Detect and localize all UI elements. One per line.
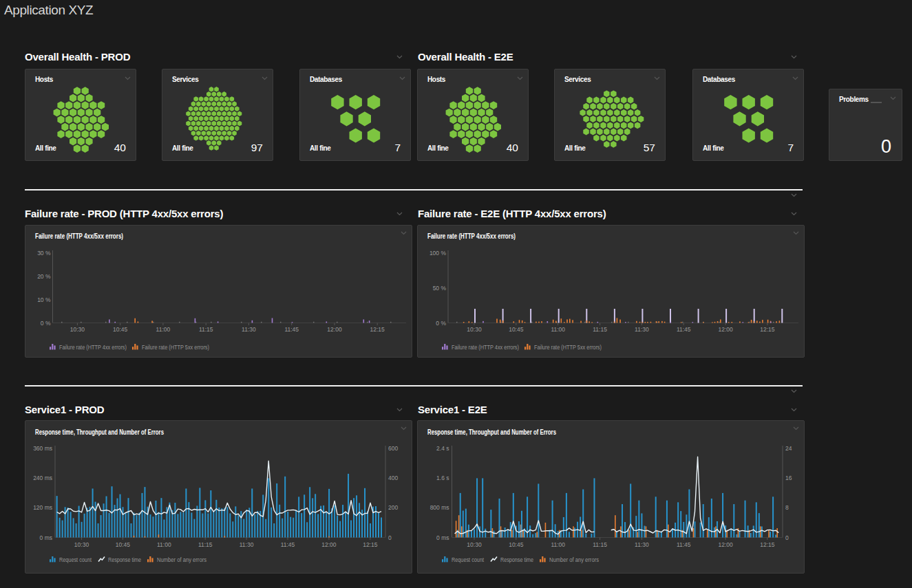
svg-text:10:45: 10:45 [113,326,128,333]
svg-text:0: 0 [388,534,392,541]
svg-text:24: 24 [785,445,792,452]
svg-text:Failure rate (HTTP 4xx errors): Failure rate (HTTP 4xx errors) [59,343,127,351]
svg-text:11:00: 11:00 [551,541,565,548]
svg-text:12:15: 12:15 [760,541,775,548]
svg-text:Failure rate (HTTP 4xx/5xx err: Failure rate (HTTP 4xx/5xx errors) [35,232,123,240]
svg-text:11:45: 11:45 [284,326,299,333]
svg-text:Request count: Request count [59,556,92,563]
svg-text:16: 16 [785,475,792,481]
svg-text:11:30: 11:30 [240,541,254,548]
svg-text:11:45: 11:45 [677,541,691,548]
svg-text:12:15: 12:15 [363,541,378,548]
svg-text:1.6 s: 1.6 s [436,475,449,481]
svg-text:12:00: 12:00 [718,541,733,548]
svg-text:11:45: 11:45 [677,326,691,333]
svg-text:0 ms: 0 ms [40,534,52,541]
svg-text:12:15: 12:15 [760,326,775,333]
svg-text:0 %: 0 % [41,320,51,327]
svg-text:400: 400 [388,475,398,481]
svg-text:0 ms: 0 ms [436,534,449,541]
svg-text:10:30: 10:30 [467,541,482,548]
svg-text:11:30: 11:30 [635,541,649,548]
svg-text:2.4 s: 2.4 s [436,445,449,452]
svg-text:12:15: 12:15 [370,326,385,333]
svg-text:11:30: 11:30 [242,326,256,333]
svg-text:Failure rate (HTTP 4xx/5xx err: Failure rate (HTTP 4xx/5xx errors) [427,232,516,240]
svg-text:11:00: 11:00 [157,541,171,548]
svg-text:11:15: 11:15 [593,326,607,333]
svg-text:Number of any errors: Number of any errors [157,556,206,563]
svg-text:10:30: 10:30 [74,541,89,548]
svg-text:10:30: 10:30 [467,326,482,333]
svg-text:600: 600 [388,445,398,452]
svg-text:11:15: 11:15 [593,541,607,548]
svg-text:240 ms: 240 ms [33,475,52,481]
svg-text:10:30: 10:30 [70,326,85,333]
svg-text:12:00: 12:00 [321,541,337,548]
svg-text:Failure rate (HTTP 5xx errors): Failure rate (HTTP 5xx errors) [142,343,209,351]
svg-text:Failure rate (HTTP 4xx errors): Failure rate (HTTP 4xx errors) [452,343,519,351]
svg-text:11:00: 11:00 [156,326,171,333]
svg-text:Response time: Response time [108,556,141,563]
svg-text:30 %: 30 % [37,250,51,257]
svg-text:Failure rate (HTTP 5xx errors): Failure rate (HTTP 5xx errors) [534,343,602,351]
svg-text:12:00: 12:00 [327,326,342,333]
svg-text:Response time, Throughput and: Response time, Throughput and Number of … [35,428,164,436]
svg-text:Response time: Response time [500,556,533,563]
svg-text:11:00: 11:00 [551,326,565,333]
svg-text:20 %: 20 % [37,273,51,280]
svg-text:0 %: 0 % [436,320,446,327]
svg-text:200: 200 [388,504,398,511]
svg-text:10:45: 10:45 [116,541,131,548]
svg-text:11:15: 11:15 [198,541,213,548]
svg-text:12:00: 12:00 [718,326,733,333]
svg-text:100 %: 100 % [430,250,447,257]
svg-text:10:45: 10:45 [509,541,524,548]
svg-text:11:15: 11:15 [199,326,213,333]
svg-text:50 %: 50 % [433,285,447,292]
svg-text:800 ms: 800 ms [430,504,449,511]
svg-text:8: 8 [785,504,789,511]
svg-text:10 %: 10 % [37,296,51,303]
svg-text:360 ms: 360 ms [33,445,52,452]
svg-text:120 ms: 120 ms [33,504,52,511]
svg-text:0: 0 [785,534,789,541]
svg-text:Number of any errors: Number of any errors [549,556,599,563]
svg-text:Request count: Request count [452,556,484,563]
svg-text:10:45: 10:45 [509,326,524,333]
svg-text:Response time, Throughput and: Response time, Throughput and Number of … [427,428,556,436]
svg-text:11:45: 11:45 [281,541,295,548]
svg-text:11:30: 11:30 [635,326,649,333]
